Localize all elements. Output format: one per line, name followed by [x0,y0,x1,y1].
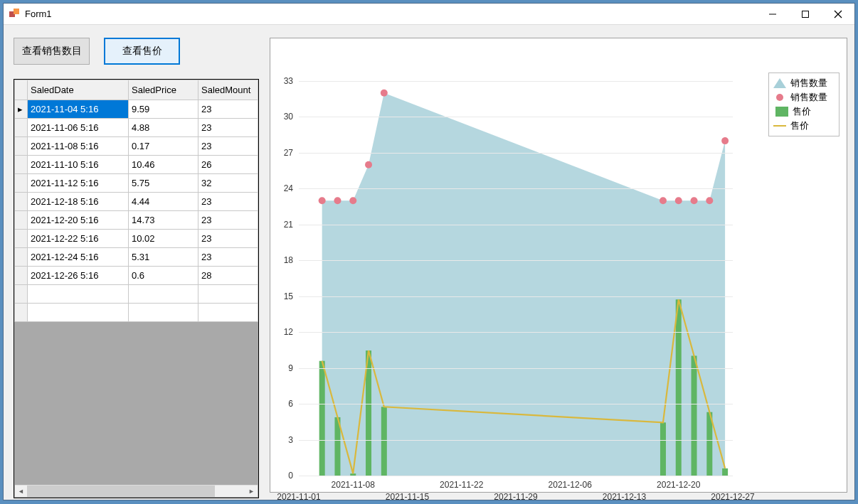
table-row[interactable]: ▸2021-11-04 5:169.5923 [15,100,258,119]
titlebar[interactable]: Form1 [4,4,854,25]
cell[interactable]: 2021-12-26 5:16 [28,267,129,285]
close-button[interactable] [822,4,854,25]
row-header[interactable] [15,230,28,248]
table-row[interactable]: 2021-12-22 5:1610.0223 [15,230,258,248]
scroll-left-arrow-icon[interactable]: ◄ [15,486,27,497]
table-row[interactable]: 2021-12-20 5:1614.7323 [15,211,258,230]
table-row[interactable]: 2021-11-10 5:1610.4626 [15,156,258,174]
row-header[interactable] [15,193,28,211]
cell[interactable]: 23 [198,119,258,137]
cell[interactable]: 23 [198,230,258,248]
x-tick-label: 2021-12-13 [603,492,646,502]
cell[interactable]: 4.88 [129,119,198,137]
table-row-empty[interactable] [15,285,258,304]
table-row[interactable]: 2021-11-12 5:165.7532 [15,174,258,193]
button-row: 查看销售数目 查看售价 [14,38,259,65]
cell[interactable]: 14.73 [129,211,198,230]
cell[interactable]: 2021-12-22 5:16 [28,230,129,248]
view-sales-count-button[interactable]: 查看销售数目 [14,38,90,65]
left-panel: 查看销售数目 查看售价 SaledDateSaledPriceSaledMoun… [14,38,259,493]
cell[interactable]: 9.59 [129,100,198,119]
cell[interactable]: 23 [198,211,258,230]
legend-line-icon [773,121,786,131]
grid-line [299,476,733,476]
cell[interactable]: 5.31 [129,248,198,267]
grid-line [299,225,733,225]
maximize-button[interactable] [789,4,822,25]
cell[interactable]: 0.6 [129,267,198,285]
data-point [660,197,667,204]
y-tick-label: 30 [272,112,293,122]
x-tick-label: 2021-12-20 [657,480,700,490]
grid-line [299,368,733,369]
table-row[interactable]: 2021-12-18 5:164.4423 [15,193,258,211]
grid-line [299,260,733,261]
x-tick-label: 2021-11-08 [332,480,375,490]
grid-line [299,81,733,82]
cell[interactable]: 2021-12-20 5:16 [28,211,129,230]
grid-table[interactable]: SaledDateSaledPriceSaledMount▸2021-11-04… [14,80,258,322]
y-tick-label: 9 [272,363,293,373]
row-header-corner[interactable] [15,80,28,100]
cell[interactable]: 23 [198,100,258,119]
table-row-empty[interactable] [15,304,258,322]
bar [660,422,666,476]
cell[interactable]: 2021-12-24 5:16 [28,248,129,267]
cell[interactable]: 0.17 [129,137,198,156]
cell[interactable]: 2021-11-12 5:16 [28,174,129,193]
y-tick-label: 21 [272,220,293,230]
row-header[interactable] [15,248,28,267]
view-price-button[interactable]: 查看售价 [104,38,180,65]
cell[interactable]: 23 [198,137,258,156]
y-tick-label: 33 [272,76,293,86]
column-header[interactable]: SaledDate [28,80,129,100]
cell[interactable]: 2021-11-08 5:16 [28,137,129,156]
cell[interactable]: 5.75 [129,174,198,193]
row-header[interactable] [15,174,28,193]
data-grid[interactable]: SaledDateSaledPriceSaledMount▸2021-11-04… [14,79,259,498]
horizontal-scrollbar[interactable]: ◄ ► [15,485,258,497]
y-tick-label: 0 [272,471,293,481]
row-header[interactable] [15,156,28,174]
cell[interactable]: 32 [198,174,258,193]
cell[interactable]: 23 [198,248,258,267]
x-tick-label: 2021-12-27 [711,492,754,502]
cell[interactable]: 4.44 [129,193,198,211]
cell[interactable]: 28 [198,267,258,285]
row-header[interactable] [15,267,28,285]
window-frame: Form1 查看销售数目 查看售价 SaledDateSaledPriceSal… [3,3,855,500]
grid-line [299,440,733,441]
svg-rect-1 [803,11,809,17]
column-header[interactable]: SaledMount [198,80,258,100]
minimize-button[interactable] [756,4,789,25]
bar [319,361,325,476]
scroll-thumb[interactable] [27,486,215,497]
x-tick-label: 2021-11-01 [277,492,320,502]
app-icon [9,9,21,20]
column-header[interactable]: SaledPrice [129,80,198,100]
cell[interactable]: 2021-12-18 5:16 [28,193,129,211]
cell[interactable]: 2021-11-10 5:16 [28,156,129,174]
cell[interactable]: 23 [198,193,258,211]
table-row[interactable]: 2021-12-24 5:165.3123 [15,248,258,267]
table-row[interactable]: 2021-12-26 5:160.628 [15,267,258,285]
cell[interactable]: 10.02 [129,230,198,248]
cell[interactable]: 2021-11-06 5:16 [28,119,129,137]
cell[interactable]: 2021-11-04 5:16 [28,100,129,119]
table-row[interactable]: 2021-11-06 5:164.8823 [15,119,258,137]
scroll-right-arrow-icon[interactable]: ► [245,486,258,497]
row-header[interactable]: ▸ [15,100,28,119]
y-tick-label: 18 [272,255,293,265]
data-point [706,197,713,204]
legend-bar-icon [775,107,788,117]
bar [381,407,387,476]
row-header[interactable] [15,119,28,137]
row-header[interactable] [15,211,28,230]
scroll-track[interactable] [27,486,245,497]
cell[interactable]: 10.46 [129,156,198,174]
row-header[interactable] [15,137,28,156]
grid-line [299,153,733,154]
table-row[interactable]: 2021-11-08 5:160.1723 [15,137,258,156]
data-point [675,197,682,204]
cell[interactable]: 26 [198,156,258,174]
